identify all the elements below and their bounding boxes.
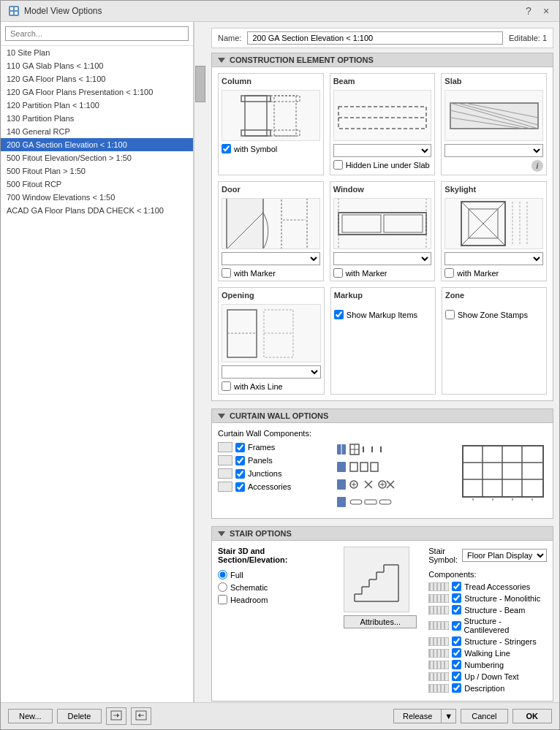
stair-comp-checkbox-8[interactable] [452, 683, 461, 693]
stair-center-panel: Attributes... [344, 547, 417, 695]
sidebar-item-3[interactable]: 120 GA Floor Plans Presentation < 1:100 [1, 85, 193, 99]
construction-section-header[interactable]: CONSTRUCTION ELEMENT OPTIONS [212, 53, 553, 67]
sidebar-item-1[interactable]: 110 GA Slab Plans < 1:100 [1, 59, 193, 72]
stair-comp-checkbox-7[interactable] [452, 672, 461, 681]
sidebar-item-7[interactable]: 200 GA Section Elevation < 1:100 [1, 138, 193, 151]
junctions-icons-svg [336, 478, 401, 491]
opening-preview [222, 304, 321, 362]
construction-section: CONSTRUCTION ELEMENT OPTIONS Column [211, 53, 553, 401]
stair-section-header[interactable]: STAIR OPTIONS [212, 527, 553, 541]
export-button[interactable] [131, 707, 151, 725]
skylight-title: Skylight [444, 185, 543, 194]
stair-comp-checkbox-3[interactable] [452, 621, 461, 631]
panels-label: Panels [248, 456, 273, 465]
accessories-checkbox[interactable] [235, 482, 245, 492]
name-input[interactable] [247, 31, 503, 45]
opening-select[interactable]: Show Opening Only [222, 365, 321, 379]
stair-symbol-select[interactable]: Floor Plan Display [462, 549, 547, 562]
curtain-section-header[interactable]: CURTAIN WALL OPTIONS [212, 409, 553, 423]
sidebar-item-9[interactable]: 500 Fitout Plan > 1:50 [1, 164, 193, 178]
sidebar-scrollbar[interactable] [194, 22, 205, 702]
scrollbar-thumb[interactable] [195, 66, 205, 102]
beam-svg [335, 92, 430, 140]
new-button[interactable]: New... [8, 709, 53, 723]
junctions-icon-left [218, 468, 232, 479]
accessories-label: Accessories [248, 482, 291, 491]
stair-comp-label-4: Structure - Stringers [464, 637, 536, 646]
frames-checkbox[interactable] [235, 443, 245, 452]
frames-label: Frames [248, 443, 275, 452]
stair-schematic-radio[interactable] [218, 582, 227, 592]
sidebar-item-0[interactable]: 10 Site Plan [1, 46, 193, 59]
sidebar-item-4[interactable]: 120 Partition Plan < 1:100 [1, 99, 193, 112]
skylight-select[interactable]: Show entire Skylight [444, 252, 543, 265]
sidebar-item-5[interactable]: 130 Partition Plans [1, 112, 193, 125]
stair-comp-checkbox-4[interactable] [452, 636, 461, 646]
stair-comp-icon-3 [428, 621, 448, 630]
construction-section-title: CONSTRUCTION ELEMENT OPTIONS [230, 56, 374, 64]
beam-select[interactable]: Contour and Axis [333, 144, 432, 157]
opening-axis-checkbox[interactable] [222, 381, 231, 391]
sidebar-item-8[interactable]: 500 Fitout Elevation/Section > 1:50 [1, 151, 193, 164]
skylight-svg [447, 198, 542, 249]
release-dropdown-button[interactable]: ▼ [441, 709, 456, 723]
cancel-button[interactable]: Cancel [461, 709, 507, 723]
door-select[interactable]: Show entire Door [222, 252, 320, 265]
svg-rect-48 [350, 463, 357, 471]
sidebar-item-6[interactable]: 140 General RCP [1, 125, 193, 138]
svg-rect-6 [241, 96, 270, 102]
footer-left: New... Delete [8, 707, 151, 725]
column-preview [222, 90, 320, 141]
search-input[interactable] [5, 26, 189, 41]
stair-full-radio[interactable] [218, 570, 227, 579]
column-symbol-checkbox[interactable] [222, 144, 231, 153]
accessories-icons-svg [336, 495, 401, 509]
slab-info-icon[interactable]: i [531, 160, 543, 172]
slab-select[interactable]: Eliminate [444, 144, 543, 157]
beam-hidden-line-checkbox[interactable] [333, 160, 343, 170]
ok-button[interactable]: OK [512, 709, 553, 723]
zone-stamps-checkbox[interactable] [445, 310, 455, 319]
svg-rect-2 [15, 7, 18, 10]
beam-preview [333, 90, 432, 141]
stair-headroom-checkbox[interactable] [218, 595, 227, 604]
stair-comp-checkbox-1[interactable] [452, 593, 461, 603]
stair-comp-checkbox-0[interactable] [452, 582, 461, 591]
slab-preview [444, 90, 543, 141]
door-marker-checkbox[interactable] [222, 268, 231, 278]
stair-comp-row-3: Structure - Cantilevered [428, 617, 547, 634]
stair-comp-checkbox-2[interactable] [452, 605, 461, 615]
window-select[interactable]: Show entire Window [333, 252, 432, 265]
window-marker-checkbox[interactable] [333, 268, 343, 278]
panels-icon-row [336, 460, 442, 474]
stair-headroom-row: Headroom [218, 595, 332, 604]
release-button[interactable]: Release [393, 709, 441, 723]
skylight-marker-checkbox[interactable] [444, 268, 454, 278]
curtain-body: Curtain Wall Components: Frames [212, 423, 553, 518]
stair-preview [344, 547, 409, 612]
main-panel: Name: Editable: 1 CONSTRUCTION ELEMENT O… [205, 22, 559, 702]
import-icon [110, 710, 122, 721]
help-button[interactable]: ? [523, 5, 534, 17]
close-button[interactable]: × [540, 5, 552, 17]
delete-button[interactable]: Delete [57, 709, 102, 723]
svg-rect-25 [384, 215, 423, 232]
footer: New... Delete Release ▼ [1, 702, 559, 729]
stair-comp-row-7: Up / Down Text [428, 672, 547, 681]
sidebar-item-10[interactable]: 500 Fitout RCP [1, 178, 193, 191]
stair-comp-checkbox-5[interactable] [452, 648, 461, 658]
import-button[interactable] [106, 707, 126, 725]
junctions-checkbox[interactable] [235, 469, 245, 479]
stair-comp-checkbox-6[interactable] [452, 660, 461, 669]
sidebar-item-12[interactable]: ACAD GA Floor Plans DDA CHECK < 1:100 [1, 204, 193, 217]
curtain-wall-preview [459, 442, 547, 502]
sidebar-item-2[interactable]: 120 GA Floor Plans < 1:100 [1, 72, 193, 85]
attrs-button[interactable]: Attributes... [344, 615, 417, 628]
markup-show-checkbox[interactable] [334, 310, 344, 319]
window-marker-label: with Marker [346, 269, 387, 278]
stair-preview-svg [351, 554, 402, 605]
panels-checkbox[interactable] [235, 456, 245, 465]
panels-icon-left [218, 455, 232, 465]
sidebar-item-11[interactable]: 700 Window Elevations < 1:50 [1, 191, 193, 204]
stair-schematic-row: Schematic [218, 582, 332, 592]
